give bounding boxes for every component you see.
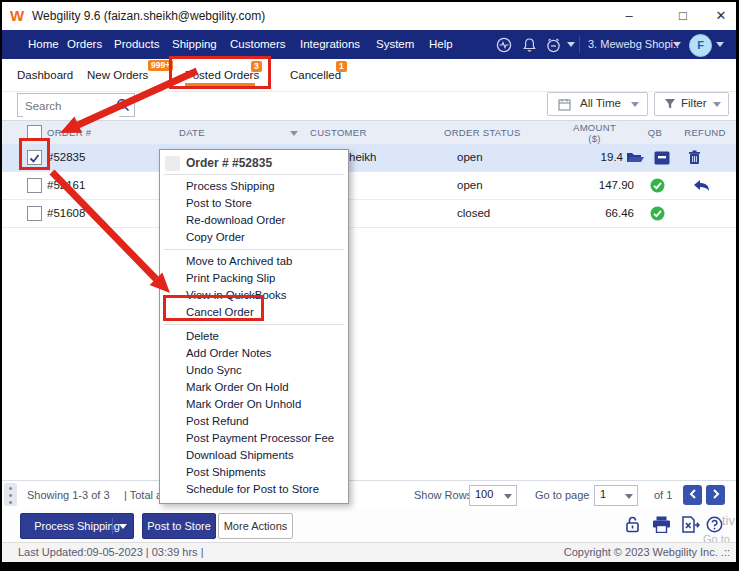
scheduler-clock-icon[interactable] (545, 37, 562, 54)
windows-watermark-line1: tiv (722, 513, 735, 528)
menu-products[interactable]: Products (114, 30, 159, 59)
drag-handle[interactable]: ••• (4, 483, 17, 506)
more-actions-button[interactable]: More Actions (218, 513, 293, 539)
post-to-store-button[interactable]: Post to Store (142, 513, 216, 539)
app-window: W Webgility 9.6 (faizan.sheikh@webgility… (2, 2, 736, 562)
user-avatar[interactable]: F (689, 34, 712, 57)
table-row-51608[interactable]: #51608 closed 66.46 (2, 200, 736, 228)
context-menu-title: Order # #52835 (186, 156, 340, 170)
menu-integrations[interactable]: Integrations (300, 30, 360, 59)
cell-amount: 19.4 (562, 144, 623, 171)
menu-item-copy-order[interactable]: Copy Order (160, 229, 348, 246)
menu-item-mark-order-on-unhold[interactable]: Mark Order On Unhold (160, 396, 348, 413)
menu-item-delete[interactable]: Delete (160, 328, 348, 345)
search-icon[interactable] (116, 98, 130, 112)
col-order[interactable]: ORDER # (47, 121, 91, 144)
avatar-caret-icon[interactable] (716, 42, 724, 47)
delete-order-trash-icon[interactable] (688, 150, 701, 165)
annotation-box-checkbox (19, 138, 50, 170)
cancelled-badge: 1 (336, 61, 347, 72)
cell-amount: 147.90 (562, 172, 634, 199)
store-selector[interactable]: 3. Mewebg Shopi.. (588, 30, 679, 59)
scheduler-caret-icon[interactable] (567, 42, 575, 47)
menu-item-post-payment-processor-fee[interactable]: Post Payment Processor Fee (160, 430, 348, 447)
filter-dropdown[interactable]: Filter (654, 92, 729, 116)
activity-pulse-icon[interactable] (496, 37, 512, 53)
tab-new-orders[interactable]: New Orders (87, 65, 148, 85)
pagination-bar: Showing 1-3 of 3 | Total a Show Rows 100… (2, 480, 736, 510)
menu-item-post-shipments[interactable]: Post Shipments (160, 464, 348, 481)
menu-shipping[interactable]: Shipping (172, 30, 217, 59)
menu-item-undo-sync[interactable]: Undo Sync (160, 362, 348, 379)
table-row-52161[interactable]: #52161 open 147.90 (2, 172, 736, 200)
menu-system[interactable]: System (376, 30, 414, 59)
cell-status: open (457, 172, 483, 199)
cell-customer-fragment: heikh (349, 144, 377, 171)
next-page-button[interactable] (706, 485, 725, 505)
archive-order-icon[interactable] (654, 151, 670, 165)
print-icon[interactable] (652, 516, 671, 533)
menu-item-post-refund[interactable]: Post Refund (160, 413, 348, 430)
row-checkbox[interactable] (27, 206, 42, 221)
cell-status: closed (457, 200, 490, 227)
process-shipping-button[interactable]: Process Shipping (20, 513, 134, 539)
filter-funnel-icon (664, 98, 676, 110)
menu-item-download-shipments[interactable]: Download Shipments (160, 447, 348, 464)
menu-home[interactable]: Home (28, 30, 59, 59)
status-bar: Last Updated:09-05-2023 | 03:39 hrs | Co… (2, 542, 736, 562)
order-context-menu: Order # #52835 Process Shipping Post to … (159, 149, 349, 504)
col-date[interactable]: DATE (179, 121, 205, 144)
unlock-icon[interactable] (625, 516, 640, 533)
close-button[interactable]: ✕ (706, 7, 736, 25)
col-status[interactable]: ORDER STATUS (444, 121, 521, 144)
sort-desc-icon[interactable] (290, 131, 298, 136)
menu-separator (164, 324, 344, 325)
process-shipping-caret-icon[interactable] (119, 524, 127, 529)
menu-item-print-packing-slip[interactable]: Print Packing Slip (160, 270, 348, 287)
show-rows-label: Show Rows (414, 481, 472, 510)
search-input[interactable] (23, 95, 119, 117)
annotation-box-cancel-order (163, 295, 264, 321)
row-checkbox[interactable] (27, 178, 42, 193)
show-rows-select[interactable]: 100 (469, 485, 517, 506)
main-menu-bar: Home Orders Products Shipping Customers … (2, 30, 736, 59)
qb-synced-check-icon (650, 206, 665, 221)
prev-page-button[interactable] (683, 485, 702, 505)
date-range-value: All Time (580, 97, 621, 109)
chevron-right-icon (712, 489, 720, 499)
table-row-52835[interactable]: #52835 heikh open 19.4 (2, 144, 736, 172)
export-excel-icon[interactable] (682, 516, 700, 533)
filter-caret-icon (713, 102, 721, 107)
search-box (17, 93, 135, 117)
menu-customers[interactable]: Customers (230, 30, 286, 59)
tab-dashboard[interactable]: Dashboard (17, 65, 73, 85)
copyright-text: Copyright © 2023 Webgility Inc. .:: (564, 546, 730, 558)
menu-orders[interactable]: Orders (67, 30, 102, 59)
maximize-button[interactable]: □ (668, 7, 698, 25)
notifications-bell-icon[interactable] (522, 37, 537, 53)
webgility-logo-icon: W (10, 7, 24, 24)
date-range-dropdown[interactable]: All Time (547, 92, 648, 116)
store-selector-caret-icon[interactable] (673, 42, 681, 47)
last-updated-text: Last Updated:09-05-2023 | 03:39 hrs | (18, 546, 204, 558)
menu-item-add-order-notes[interactable]: Add Order Notes (160, 345, 348, 362)
menu-item-schedule-post-to-store[interactable]: Schedule for Post to Store (160, 481, 348, 498)
orders-tab-bar: Dashboard New Orders 999+ Posted Orders … (2, 59, 736, 92)
col-customer[interactable]: CUSTOMER (310, 121, 367, 144)
open-order-folder-icon[interactable] (626, 150, 645, 165)
menu-item-mark-order-on-hold[interactable]: Mark Order On Hold (160, 379, 348, 396)
tab-cancelled[interactable]: Cancelled (290, 65, 341, 85)
col-amount[interactable]: AMOUNT ($) (557, 122, 632, 145)
menu-item-post-to-store[interactable]: Post to Store (160, 195, 348, 212)
filter-value: Filter (681, 97, 707, 109)
goto-page-select[interactable]: 1 (594, 485, 638, 506)
menu-help[interactable]: Help (429, 30, 453, 59)
menu-item-process-shipping[interactable]: Process Shipping (160, 178, 348, 195)
menu-item-redownload-order[interactable]: Re-download Order (160, 212, 348, 229)
menu-item-move-to-archived[interactable]: Move to Archived tab (160, 253, 348, 270)
col-refund[interactable]: REFUND (680, 121, 730, 144)
col-qb[interactable]: QB (640, 121, 670, 144)
menu-separator (164, 249, 344, 250)
minimize-button[interactable]: – (614, 7, 644, 25)
help-icon[interactable] (706, 516, 723, 533)
